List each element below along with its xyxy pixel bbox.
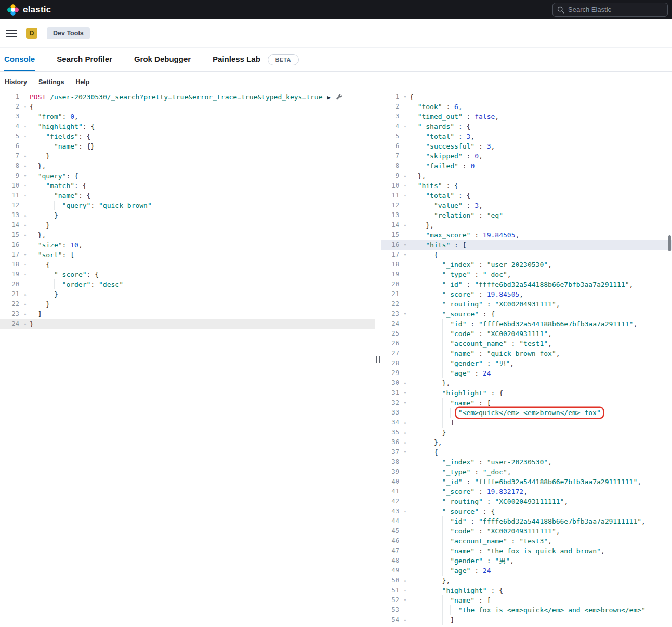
fold-open-icon[interactable]: ▾ bbox=[401, 585, 410, 595]
code-line[interactable]: 16"size": 10, bbox=[0, 240, 375, 250]
code-line[interactable]: 31▾"highlight" : { bbox=[381, 388, 672, 398]
fold-close-icon[interactable]: ▴ bbox=[401, 171, 410, 181]
code-line[interactable]: 16▾"hits" : [ bbox=[381, 240, 672, 250]
code-line[interactable]: 21"_score" : 19.84505, bbox=[381, 289, 672, 299]
code-line[interactable]: 36▴}, bbox=[381, 437, 672, 447]
fold-open-icon[interactable]: ▾ bbox=[21, 102, 30, 112]
code-line[interactable]: 23▴] bbox=[0, 309, 375, 319]
code-line[interactable]: 37▾{ bbox=[381, 447, 672, 457]
fold-close-icon[interactable]: ▴ bbox=[401, 378, 410, 388]
code-line[interactable]: 54▴] bbox=[381, 615, 672, 625]
code-line[interactable]: 7▴} bbox=[0, 151, 375, 161]
code-line[interactable]: 6"successful" : 3, bbox=[381, 141, 672, 151]
fold-open-icon[interactable]: ▾ bbox=[21, 122, 30, 131]
code-line[interactable]: 20"order": "desc" bbox=[0, 279, 375, 289]
code-line[interactable]: 45"code" : "XC0020493111111", bbox=[381, 526, 672, 536]
code-line[interactable]: 4▾"_shards" : { bbox=[381, 122, 672, 131]
code-line[interactable]: 26"account_name" : "test1", bbox=[381, 339, 672, 349]
code-line[interactable]: 40"_id" : "ffffe6bd32a544188b66e7bfb3aa7… bbox=[381, 477, 672, 487]
code-line[interactable]: 39"_type" : "_doc", bbox=[381, 467, 672, 477]
fold-open-icon[interactable]: ▾ bbox=[401, 191, 410, 201]
global-search[interactable] bbox=[552, 3, 668, 17]
fold-close-icon[interactable]: ▴ bbox=[21, 220, 30, 230]
global-search-input[interactable] bbox=[568, 6, 663, 14]
code-line[interactable]: 22▴} bbox=[0, 299, 375, 309]
code-line[interactable]: 1POST /user-20230530/_search?pretty=true… bbox=[0, 92, 375, 102]
code-line[interactable]: 15"max_score" : 19.84505, bbox=[381, 230, 672, 240]
code-line[interactable]: 8▴}, bbox=[0, 161, 375, 171]
code-line[interactable]: 9▾"query": { bbox=[0, 171, 375, 181]
fold-close-icon[interactable]: ▴ bbox=[401, 576, 410, 585]
fold-open-icon[interactable]: ▾ bbox=[401, 447, 410, 457]
menu-settings[interactable]: Settings bbox=[38, 78, 64, 86]
scrollbar-thumb[interactable] bbox=[668, 235, 671, 251]
fold-open-icon[interactable]: ▾ bbox=[21, 171, 30, 181]
code-line[interactable]: 10▾"match": { bbox=[0, 181, 375, 191]
code-line[interactable]: 48"gender" : "男", bbox=[381, 556, 672, 566]
code-line[interactable]: 38"_index" : "user-20230530", bbox=[381, 457, 672, 467]
code-line[interactable]: 14▴} bbox=[0, 220, 375, 230]
panel-resize-handle[interactable] bbox=[376, 356, 380, 363]
code-line[interactable]: 24"id" : "ffffe6bd32a544188b66e7bfb3aa7a… bbox=[381, 319, 672, 329]
code-line[interactable]: 52▾"name" : [ bbox=[381, 595, 672, 605]
fold-close-icon[interactable]: ▴ bbox=[401, 418, 410, 428]
code-line[interactable]: 29"age" : 24 bbox=[381, 368, 672, 378]
code-line[interactable]: 23▾"_source" : { bbox=[381, 309, 672, 319]
code-line[interactable]: 18▾{ bbox=[0, 260, 375, 270]
code-line[interactable]: 21▴} bbox=[0, 289, 375, 299]
fold-open-icon[interactable]: ▾ bbox=[21, 260, 30, 270]
code-line[interactable]: 32▾"name" : [ bbox=[381, 398, 672, 408]
code-line[interactable]: 35▴} bbox=[381, 428, 672, 437]
request-options-wrench-icon[interactable] bbox=[336, 93, 342, 103]
code-line[interactable]: 14▴}, bbox=[381, 220, 672, 230]
code-line[interactable]: 2▾{ bbox=[0, 102, 375, 112]
response-editor[interactable]: 1▾{2"took" : 6,3"timed_out" : false,4▾"_… bbox=[381, 92, 672, 625]
code-line[interactable]: 28"gender" : "男", bbox=[381, 358, 672, 368]
code-line[interactable]: 11▾"total" : { bbox=[381, 191, 672, 201]
fold-open-icon[interactable]: ▾ bbox=[21, 250, 30, 260]
deployment-badge[interactable]: D bbox=[26, 28, 37, 39]
code-line[interactable]: 9▴}, bbox=[381, 171, 672, 181]
menu-history[interactable]: History bbox=[5, 78, 27, 86]
code-line[interactable]: 18"_index" : "user-20230530", bbox=[381, 260, 672, 270]
tab-console[interactable]: Console bbox=[4, 48, 35, 71]
code-line[interactable]: 1▾{ bbox=[381, 92, 672, 102]
code-line[interactable]: 11▾"name": { bbox=[0, 191, 375, 201]
code-line[interactable]: 34▴] bbox=[381, 418, 672, 428]
code-line[interactable]: 15▴}, bbox=[0, 230, 375, 240]
fold-open-icon[interactable]: ▾ bbox=[401, 92, 410, 102]
fold-close-icon[interactable]: ▴ bbox=[21, 309, 30, 319]
code-line[interactable]: 43▾"_source" : { bbox=[381, 506, 672, 516]
tab-search-profiler[interactable]: Search Profiler bbox=[57, 48, 112, 71]
code-line[interactable]: 3"timed_out" : false, bbox=[381, 112, 672, 122]
fold-open-icon[interactable]: ▾ bbox=[21, 191, 30, 201]
elastic-logo[interactable]: elastic bbox=[4, 4, 54, 16]
fold-open-icon[interactable]: ▾ bbox=[21, 131, 30, 141]
code-line[interactable]: 22"_routing" : "XC00204931111", bbox=[381, 299, 672, 309]
fold-open-icon[interactable]: ▾ bbox=[401, 250, 410, 260]
code-line[interactable]: 4▾"highlight": { bbox=[0, 122, 375, 131]
code-line[interactable]: 12"query": "quick brown" bbox=[0, 201, 375, 210]
fold-close-icon[interactable]: ▴ bbox=[401, 220, 410, 230]
request-editor[interactable]: 1POST /user-20230530/_search?pretty=true… bbox=[0, 92, 375, 627]
hamburger-menu-icon[interactable] bbox=[6, 30, 17, 37]
code-line[interactable]: 33"<em>quick</em> <em>brown</em> fox" bbox=[381, 408, 672, 418]
code-line[interactable]: 51▾"highlight" : { bbox=[381, 585, 672, 595]
code-line[interactable]: 20"_id" : "ffffe6bd32a544188b66e7bfb3aa7… bbox=[381, 279, 672, 289]
code-line[interactable]: 13"relation" : "eq" bbox=[381, 210, 672, 220]
tab-painless-lab[interactable]: Painless Lab bbox=[213, 48, 260, 71]
fold-open-icon[interactable]: ▾ bbox=[401, 506, 410, 516]
code-line[interactable]: 17▾{ bbox=[381, 250, 672, 260]
fold-close-icon[interactable]: ▴ bbox=[21, 289, 30, 299]
code-line[interactable]: 19"_type" : "_doc", bbox=[381, 270, 672, 279]
code-line[interactable]: 25"code" : "XC00204931111", bbox=[381, 329, 672, 339]
fold-close-icon[interactable]: ▴ bbox=[401, 615, 410, 625]
code-line[interactable]: 42"_routing" : "XC0020493111111", bbox=[381, 497, 672, 506]
fold-close-icon[interactable]: ▴ bbox=[21, 161, 30, 171]
code-line[interactable]: 5▾"fields": { bbox=[0, 131, 375, 141]
fold-close-icon[interactable]: ▴ bbox=[21, 299, 30, 309]
code-line[interactable]: 41"_score" : 19.832172, bbox=[381, 487, 672, 497]
code-line[interactable]: 12"value" : 3, bbox=[381, 201, 672, 210]
fold-close-icon[interactable]: ▴ bbox=[21, 230, 30, 240]
code-line[interactable]: 44"id" : "ffffe6bd32a544188b66e7bfb3aa7a… bbox=[381, 516, 672, 526]
